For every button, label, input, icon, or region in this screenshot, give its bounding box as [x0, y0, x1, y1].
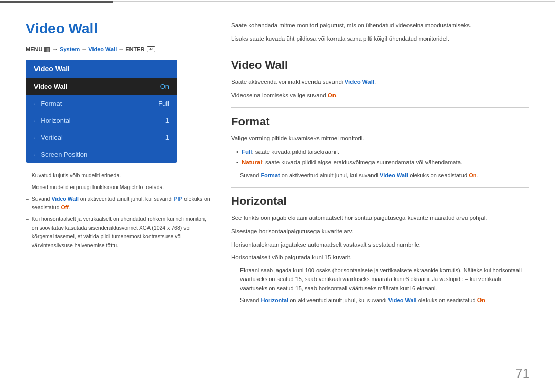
menu-item-videowall[interactable]: Video Wall On: [26, 78, 177, 95]
format-note: — Suvand Format on aktiveeritud ainult j…: [231, 171, 529, 180]
section-title-videowall: Video Wall: [231, 59, 529, 72]
menu-item-format-value: Full: [158, 100, 169, 107]
menu-panel-header: Video Wall: [26, 60, 177, 78]
section-title-format: Format: [231, 115, 529, 128]
menu-item-format-label: · Format: [34, 100, 62, 107]
em-dash-horizontal-2: —: [231, 296, 237, 305]
note-2: – Mõned mudelid ei pruugi funktsiooni Ma…: [26, 183, 211, 192]
bullet-icon-full: •: [236, 147, 238, 157]
note-4-text: Kui horisontaalselt ja vertikaalselt on …: [32, 215, 211, 249]
enter-label: ENTER: [125, 46, 144, 52]
bullet-icon-natural: •: [236, 158, 238, 168]
menu-item-vertical[interactable]: · Vertical 1: [26, 129, 177, 146]
page-title: Video Wall: [26, 21, 211, 37]
note-4: – Kui horisontaalselt ja vertikaalselt o…: [26, 215, 211, 249]
note-1: – Kuvatud kujutis võib mudeliti erineda.: [26, 171, 211, 180]
horizontal-desc-4: Horisontaalselt võib paigutada kuni 15 k…: [231, 253, 529, 263]
note-3-text: Suvand Video Wall on aktiveeritud ainult…: [32, 195, 211, 212]
section-title-horizontal: Horizontal: [231, 195, 529, 208]
menu-word: MENU: [26, 46, 42, 52]
notes-section: – Kuvatud kujutis võib mudeliti erineda.…: [26, 171, 211, 249]
dash-2: –: [26, 183, 29, 192]
divider-intro: [231, 51, 529, 51]
note-3: – Suvand Video Wall on aktiveeritud ainu…: [26, 195, 211, 212]
format-note-text: Suvand Format on aktiveeritud ainult juh…: [240, 171, 478, 180]
divider-format: [231, 107, 529, 108]
format-desc-1: Valige vorming piltide kuvamiseks mitmel…: [231, 134, 529, 144]
horizontal-note-2-text: Suvand Horizontal on aktiveeritud ainult…: [240, 296, 487, 305]
menu-panel: Video Wall Video Wall On · Format Full ·…: [26, 60, 177, 163]
left-column: Video Wall MENU ||| → System → Video Wal…: [26, 21, 211, 377]
videowall-word: Video Wall: [88, 46, 117, 52]
top-line-dark: [0, 1, 113, 3]
format-bullet-natural: • Natural: saate kuvada pildid algse era…: [236, 158, 529, 168]
menu-item-vertical-value: 1: [165, 134, 169, 141]
dash-3: –: [26, 195, 29, 203]
note-1-text: Kuvatud kujutis võib mudeliti erineda.: [32, 171, 121, 180]
enter-icon: ↵: [147, 46, 155, 52]
menu-item-horizontal-label: · Horizontal: [34, 117, 71, 124]
dash-1: –: [26, 171, 29, 180]
horizontal-desc-2: Sisestage horisontaalpaigutusega kuvarit…: [231, 227, 529, 237]
format-bullet-full: • Full: saate kuvada pildid täisekraanil…: [236, 147, 529, 157]
arrow-3: →: [118, 46, 124, 52]
page-number: 71: [515, 366, 529, 381]
menu-item-screenposition[interactable]: · Screen Position: [26, 146, 177, 163]
horizontal-note-1-text: Ekraani saab jagada kuni 100 osaks (hori…: [240, 266, 529, 293]
note-2-text: Mõned mudelid ei pruugi funktsiooni Magi…: [32, 183, 164, 192]
arrow-2: →: [81, 46, 87, 52]
horizontal-desc-3: Horisontaalekraan jagatakse automaatselt…: [231, 240, 529, 250]
videowall-desc-1: Saate aktiveerida või inaktiveerida suva…: [231, 77, 529, 87]
menu-item-screenposition-label: · Screen Position: [34, 151, 87, 158]
em-dash-horizontal-1: —: [231, 266, 237, 275]
menu-path: MENU ||| → System → Video Wall → ENTER ↵: [26, 46, 211, 52]
system-word: System: [60, 46, 80, 52]
horizontal-note-1: — Ekraani saab jagada kuni 100 osaks (ho…: [231, 266, 529, 293]
divider-horizontal: [231, 187, 529, 188]
em-dash-format: —: [231, 171, 237, 180]
menu-item-format[interactable]: · Format Full: [26, 95, 177, 112]
menu-item-videowall-label: Video Wall: [34, 83, 67, 90]
format-bullet-full-text: Full: saate kuvada pildid täisekraanil.: [242, 147, 339, 157]
intro-line-2: Lisaks saate kuvada üht pildiosa või kor…: [231, 34, 529, 44]
menu-item-horizontal[interactable]: · Horizontal 1: [26, 112, 177, 129]
top-line-light: [113, 1, 555, 2]
top-decorative-lines: [0, 0, 555, 3]
menu-icon: |||: [44, 47, 50, 52]
dash-4: –: [26, 215, 29, 223]
horizontal-desc-1: See funktsioon jagab ekraani automaatsel…: [231, 213, 529, 223]
menu-item-videowall-value: On: [160, 83, 169, 90]
menu-item-horizontal-value: 1: [165, 117, 169, 124]
horizontal-note-2: — Suvand Horizontal on aktiveeritud ainu…: [231, 296, 529, 305]
videowall-desc-2: Videoseina loomiseks valige suvand On.: [231, 90, 529, 101]
intro-line-1: Saate kohandada mitme monitori paigutust…: [231, 21, 529, 31]
arrow-1: →: [52, 46, 58, 52]
menu-item-vertical-label: · Vertical: [34, 134, 63, 141]
right-column: Saate kohandada mitme monitori paigutust…: [231, 21, 529, 377]
format-bullet-natural-text: Natural: saate kuvada pildid algse erald…: [242, 158, 462, 168]
